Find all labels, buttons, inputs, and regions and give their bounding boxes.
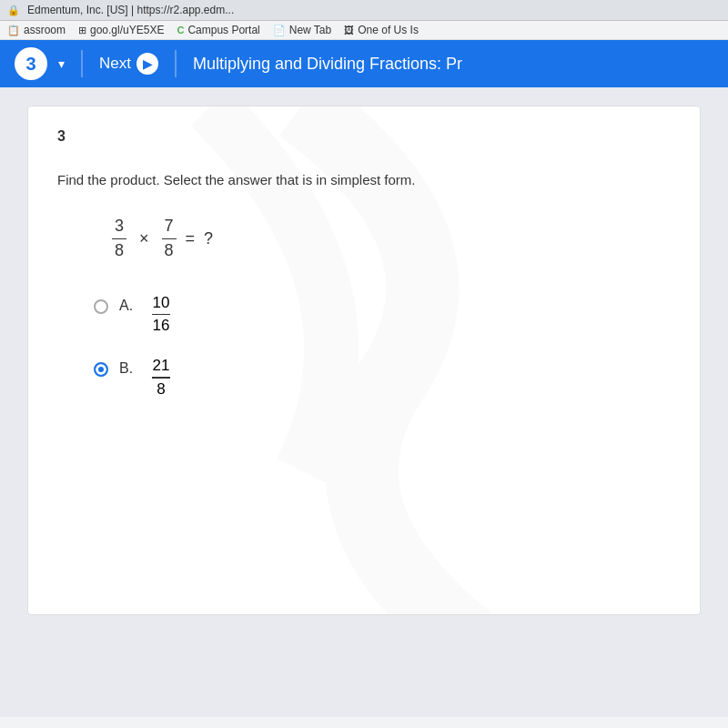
bookmark-campus-portal-label: Campus Portal [187,24,259,36]
answer-choice-a[interactable]: A. 10 16 [94,294,671,336]
bookmark-classroom-label: assroom [24,24,66,36]
next-button[interactable]: Next ▶ [99,53,158,75]
classroom-icon: 📋 [7,25,20,36]
app-nav: 3 ▾ Next ▶ Multiplying and Dividing Frac… [0,40,728,87]
one-of-us-icon: 🖼 [344,25,354,35]
question-mark: ? [204,229,213,248]
math-expression: 3 8 × 7 8 = ? [112,217,671,261]
page-title: Multiplying and Dividing Fractions: Pr [193,55,462,74]
radio-button-a[interactable] [94,299,108,314]
url-text: Edmentum, Inc. [US] | https://r2.app.edm… [27,4,234,16]
main-content: 3 Find the product. Select the answer th… [0,87,728,717]
choice-b-label: B. [119,360,141,377]
bookmark-one-of-us[interactable]: 🖼 One of Us Is [344,24,419,36]
bookmark-new-tab-label: New Tab [289,24,331,36]
choice-b-numerator: 21 [153,357,170,375]
bookmark-campus-portal[interactable]: C Campus Portal [177,24,259,36]
question-number-display: 3 [25,54,35,75]
choice-b-denominator: 8 [157,380,165,399]
choice-a-denominator: 16 [153,317,170,335]
goo-gl-icon: ⊞ [78,25,86,36]
answer-choices: A. 10 16 B. 21 8 [94,294,671,399]
fraction1-bar [112,238,126,240]
choice-a-label: A. [119,298,141,314]
dropdown-icon[interactable]: ▾ [58,56,65,71]
fraction-1: 3 8 [112,217,126,261]
fraction1-denominator: 8 [115,241,124,261]
next-label: Next [99,55,131,73]
nav-divider-2 [175,50,177,77]
bookmark-one-of-us-label: One of Us Is [358,24,419,36]
fraction2-numerator: 7 [165,217,174,237]
bookmarks-bar: 📋 assroom ⊞ goo.gl/uYE5XE C Campus Porta… [0,21,728,40]
choice-a-fraction: 10 16 [152,294,170,336]
choice-b-fraction: 21 8 [152,357,170,399]
next-circle-icon: ▶ [136,53,158,75]
lock-icon: 🔒 [7,5,20,16]
bookmark-classroom[interactable]: 📋 assroom [7,24,66,36]
question-card: 3 Find the product. Select the answer th… [27,106,701,615]
fraction-2: 7 8 [162,217,177,261]
bookmark-new-tab[interactable]: 📄 New Tab [273,24,331,36]
fraction2-bar [162,238,177,240]
choice-a-numerator: 10 [153,294,170,312]
fraction2-denominator: 8 [165,241,174,261]
choice-a-bar [152,314,170,316]
bookmark-goo-gl-label: goo.gl/uYE5XE [90,24,164,36]
nav-divider [81,50,83,77]
radio-button-b[interactable] [94,362,108,377]
equals-sign: = [186,229,196,248]
browser-address-bar: 🔒 Edmentum, Inc. [US] | https://r2.app.e… [0,0,728,21]
bookmark-goo-gl[interactable]: ⊞ goo.gl/uYE5XE [78,24,164,36]
choice-b-bar [152,377,170,379]
answer-choice-b[interactable]: B. 21 8 [94,357,671,399]
multiply-operator: × [136,229,153,248]
question-number-label: 3 [57,128,671,145]
campus-portal-icon: C [177,25,184,35]
question-number-badge: 3 [15,47,47,80]
new-tab-icon: 📄 [273,25,286,36]
question-instructions: Find the product. Select the answer that… [57,172,671,187]
fraction1-numerator: 3 [115,217,124,237]
